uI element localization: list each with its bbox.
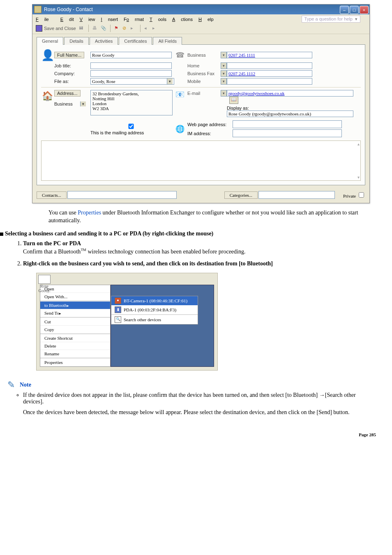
notes-textarea[interactable]: ▴▾	[41, 140, 361, 181]
menu-file[interactable]: File	[36, 17, 55, 22]
address-icon: 🏠	[41, 90, 53, 102]
submenu-bt-camera[interactable]: ●BT-Camera-1 (08:00:46:3E:CF:61)	[111, 296, 198, 305]
stop-icon[interactable]: ⊘	[122, 25, 128, 31]
minimize-button[interactable]: –	[340, 6, 349, 14]
page-number: Page 285	[0, 432, 378, 437]
step-1: Turn on the PC or PDA Confirm that a Blu…	[23, 240, 378, 255]
web-input[interactable]	[233, 120, 342, 128]
attach-icon[interactable]: 📎	[101, 25, 106, 31]
ctx-rename[interactable]: Rename	[40, 350, 110, 358]
contacts-input[interactable]	[67, 191, 177, 199]
im-input[interactable]	[233, 129, 342, 137]
job-title-input[interactable]	[90, 62, 172, 69]
tab-general[interactable]: General	[37, 37, 63, 45]
tab-strip: General Details Activities Certificates …	[32, 34, 369, 44]
mailing-address-checkbox[interactable]: This is the mailing address	[90, 125, 171, 135]
bluetooth-submenu-pane: ●BT-Camera-1 (08:00:46:3E:CF:61) ▮PDA-1 …	[111, 285, 214, 367]
next-icon[interactable]: ▸	[152, 25, 158, 31]
close-button[interactable]: ×	[360, 6, 369, 14]
phone-home-dropdown[interactable]: ▾	[221, 62, 227, 69]
search-icon: 🔍	[115, 316, 121, 323]
note-icon: ✎	[7, 380, 16, 389]
phone-icon: ☎	[175, 51, 184, 59]
phone-fax-input[interactable]	[227, 70, 312, 77]
menu-edit[interactable]: Edit	[60, 17, 74, 22]
tab-certificates[interactable]: Certificates	[119, 37, 152, 45]
help-search-input[interactable]: Type a question for help	[302, 16, 360, 23]
display-as-input[interactable]	[227, 111, 353, 117]
submenu-search[interactable]: 🔍Search other devices	[111, 315, 198, 324]
phone-mobile-input[interactable]	[227, 78, 312, 85]
phone-fax-dropdown[interactable]: ▾	[221, 70, 227, 77]
ctx-properties[interactable]: Properties	[40, 359, 110, 366]
contact-window: Rose Goody - Contact – □ × File Edit Vie…	[32, 4, 370, 203]
ctx-cut[interactable]: Cut	[40, 318, 110, 326]
ctx-shortcut[interactable]: Create Shortcut	[40, 334, 110, 342]
section-heading: Selecting a business card and sending it…	[0, 230, 378, 237]
file-as-label: File as:	[54, 79, 90, 84]
address-button[interactable]: Address...	[54, 90, 81, 97]
web-icon: 🌐	[175, 125, 184, 133]
contacts-button[interactable]: Contacts...	[37, 191, 67, 199]
ctx-open-with[interactable]: Open With...	[40, 293, 110, 301]
menu-insert[interactable]: Insert	[101, 17, 118, 22]
ctx-open[interactable]: Open	[40, 285, 110, 293]
device-icon: ▮	[115, 306, 121, 313]
company-input[interactable]	[90, 70, 172, 77]
ctx-send-to[interactable]: Send To	[40, 309, 110, 317]
print-icon[interactable]: 🖶	[92, 25, 98, 31]
address-book-button[interactable]: 📖	[229, 97, 238, 104]
address-textarea[interactable]: 32 Brondesbury Gardens, Notting Hill Lon…	[90, 90, 173, 115]
ctx-delete[interactable]: Delete	[40, 342, 110, 350]
ctx-to-bluetooth[interactable]: to Bluetooth	[40, 302, 110, 309]
job-title-label: Job title:	[54, 63, 90, 68]
company-label: Company:	[54, 71, 90, 76]
display-as-label: Display as:	[227, 106, 256, 111]
window-footer: Contacts... Categories... Private	[32, 189, 369, 203]
address-type-dropdown[interactable]: Business	[54, 101, 87, 106]
email-input[interactable]	[227, 90, 353, 97]
phone-mobile-dropdown[interactable]: ▾	[221, 78, 227, 85]
title-bar: Rose Goody - Contact – □ ×	[32, 5, 369, 14]
phone-home-input[interactable]	[227, 62, 312, 69]
ctx-copy[interactable]: Copy	[40, 326, 110, 334]
menu-format[interactable]: Format	[124, 17, 144, 22]
categories-button[interactable]: Categories...	[224, 191, 258, 199]
phone-type-dropdown[interactable]: ▾	[221, 52, 227, 58]
maximize-button[interactable]: □	[350, 6, 359, 14]
scroll-down-icon[interactable]: ▾	[357, 175, 360, 180]
vcard-icon: Rose Goody.	[38, 275, 51, 293]
save-icon-2[interactable]: 🖬	[79, 25, 85, 31]
menu-view[interactable]: View	[80, 17, 95, 22]
toolbar: Save and Close 🖬 🖶 📎 ⚑ ⊘ ▸ ◂ ▸	[32, 24, 369, 34]
save-icon	[36, 25, 42, 32]
menu-actions[interactable]: Actions	[172, 17, 193, 22]
properties-link[interactable]: Properties	[78, 210, 101, 216]
prev-icon[interactable]: ◂	[144, 25, 150, 31]
tab-all-fields[interactable]: All Fields	[153, 37, 182, 45]
tab-activities[interactable]: Activities	[90, 37, 118, 45]
submenu-pda[interactable]: ▮PDA-1 (00:03:2F:04:BA:F3)	[111, 305, 198, 314]
web-label: Web page address:	[187, 122, 233, 127]
menu-tools[interactable]: Tools	[150, 17, 166, 22]
save-and-close-button[interactable]: Save and Close	[36, 25, 76, 32]
phone-business-label: Business	[187, 53, 206, 58]
email-type-dropdown[interactable]: ▾	[221, 90, 227, 97]
context-menu: Open Open With... to Bluetooth Send To C…	[40, 285, 111, 367]
bluetooth-submenu: ●BT-Camera-1 (08:00:46:3E:CF:61) ▮PDA-1 …	[111, 296, 198, 325]
flag-icon[interactable]: ⚑	[114, 25, 120, 31]
form-area: 👤 Full Name... ☎ Business▾ Job title: Ho…	[37, 44, 365, 185]
full-name-input[interactable]	[90, 52, 172, 58]
phone-mobile-label: Mobile	[187, 79, 201, 84]
email-icon: 📧	[175, 90, 184, 99]
phone-business-input[interactable]	[227, 52, 312, 58]
folder-icon[interactable]: ▸	[131, 25, 136, 31]
menu-help[interactable]: Help	[198, 17, 214, 22]
under-figure-text: You can use Properties under Bluetooth I…	[48, 209, 378, 225]
categories-input[interactable]	[258, 191, 335, 199]
file-as-dropdown[interactable]: Goody, Rose	[90, 78, 174, 85]
full-name-button[interactable]: Full Name...	[54, 52, 84, 58]
private-checkbox[interactable]: Private	[343, 191, 365, 199]
scroll-up-icon[interactable]: ▴	[357, 142, 360, 146]
tab-details[interactable]: Details	[64, 37, 89, 45]
